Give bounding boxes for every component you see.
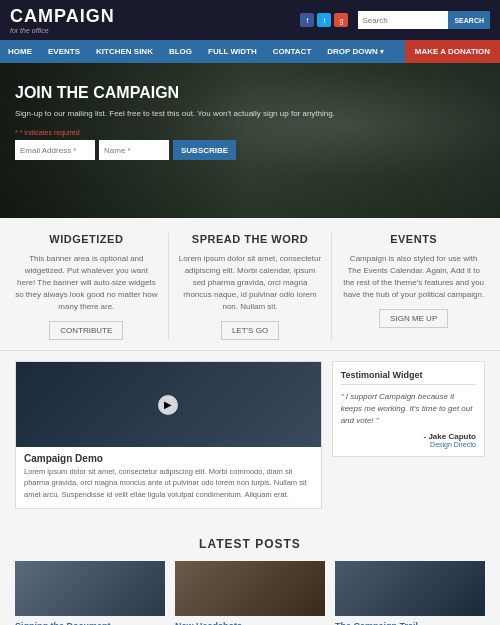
spread-text: Lorem ipsum dolor sit amet, consectetur … <box>179 253 322 313</box>
twitter-icon[interactable]: t <box>317 13 331 27</box>
post-title-1[interactable]: Signing the Document <box>15 621 165 625</box>
post-item-2: New Headshots February 21, 2012 <box>175 561 325 625</box>
testimonial-widget: Testimonial Widget " I support Campaign … <box>332 361 485 457</box>
nav-events[interactable]: EVENTS <box>40 40 88 63</box>
post-thumbnail-3 <box>335 561 485 616</box>
main-right: Testimonial Widget " I support Campaign … <box>332 361 485 517</box>
nav-contact[interactable]: CONTACT <box>265 40 320 63</box>
widgetized-column: WIDGETIZED This banner area is optional … <box>15 233 158 340</box>
navigation: HOME EVENTS KITCHEN SINK BLOG FULL WIDTH… <box>0 40 500 63</box>
latest-posts-title: LATEST POSTS <box>15 537 485 551</box>
post-title-3[interactable]: The Campaign Trail <box>335 621 485 625</box>
required-asterisk: * <box>15 129 18 136</box>
posts-grid: Signing the Document February 17, 2012 N… <box>15 561 485 625</box>
hero-subtitle: Sign-up to our mailing list. Feel free t… <box>15 108 335 119</box>
spread-word-column: SPREAD THE WORD Lorem ipsum dolor sit am… <box>179 233 322 340</box>
post-item-3: The Campaign Trail February 21, 2012 <box>335 561 485 625</box>
post-thumbnail-1 <box>15 561 165 616</box>
widgetized-text: This banner area is optional and widgeti… <box>15 253 158 313</box>
testimonial-text: " I support Campaign because it keeps me… <box>341 391 476 427</box>
video-title: Campaign Demo <box>16 447 321 466</box>
logo: CAMPAIGN for the office <box>10 6 115 34</box>
logo-tagline: for the office <box>10 27 115 34</box>
header: CAMPAIGN for the office f t g SEARCH <box>0 0 500 40</box>
contribute-button[interactable]: CONTRIBUTE <box>49 321 123 340</box>
hero-title: JOIN THE CAMPAIGN <box>15 83 335 102</box>
social-icons: f t g <box>300 13 348 27</box>
play-button[interactable]: ▶ <box>158 395 178 415</box>
column-divider-2 <box>331 233 332 340</box>
header-right: f t g SEARCH <box>300 11 490 29</box>
googleplus-icon[interactable]: g <box>334 13 348 27</box>
nav-items: HOME EVENTS KITCHEN SINK BLOG FULL WIDTH… <box>0 40 392 63</box>
email-input[interactable] <box>15 140 95 160</box>
search-button[interactable]: SEARCH <box>448 11 490 29</box>
three-columns-section: WIDGETIZED This banner area is optional … <box>0 218 500 351</box>
subscribe-button[interactable]: SUBSCRIBE <box>173 140 236 160</box>
post-item-1: Signing the Document February 17, 2012 <box>15 561 165 625</box>
search-input[interactable] <box>358 11 448 29</box>
video-thumbnail[interactable]: ▶ <box>16 362 321 447</box>
main-content: ▶ Campaign Demo Lorem ipsum dolor sit am… <box>0 351 500 527</box>
testimonial-title: Testimonial Widget <box>341 370 476 385</box>
events-title: EVENTS <box>342 233 485 245</box>
events-text: Campaign is also styled for use with The… <box>342 253 485 301</box>
testimonial-author-sub: Design Directo <box>341 441 476 448</box>
events-column: EVENTS Campaign is also styled for use w… <box>342 233 485 340</box>
video-text: Lorem ipsum dolor sit amet, consectetur … <box>16 466 321 508</box>
nav-home[interactable]: HOME <box>0 40 40 63</box>
column-divider-1 <box>168 233 169 340</box>
nav-blog[interactable]: BLOG <box>161 40 200 63</box>
spread-title: SPREAD THE WORD <box>179 233 322 245</box>
nav-kitchen-sink[interactable]: KITCHEN SINK <box>88 40 161 63</box>
nav-full-width[interactable]: FULL WIDTH <box>200 40 265 63</box>
nav-dropdown[interactable]: DROP DOWN <box>319 40 391 63</box>
sign-me-up-button[interactable]: SIGN ME UP <box>379 309 448 328</box>
latest-posts-section: LATEST POSTS Signing the Document Februa… <box>0 527 500 625</box>
hero-content: JOIN THE CAMPAIGN Sign-up to our mailing… <box>0 63 350 180</box>
donate-button[interactable]: MAKE A DONATION <box>405 40 500 63</box>
lets-go-button[interactable]: LET'S GO <box>221 321 279 340</box>
hero-required-label: * * indicates required <box>15 129 335 136</box>
facebook-icon[interactable]: f <box>300 13 314 27</box>
post-thumbnail-2 <box>175 561 325 616</box>
video-block: ▶ Campaign Demo Lorem ipsum dolor sit am… <box>15 361 322 509</box>
hero-form: SUBSCRIBE <box>15 140 335 160</box>
main-left: ▶ Campaign Demo Lorem ipsum dolor sit am… <box>15 361 322 517</box>
hero-section: JOIN THE CAMPAIGN Sign-up to our mailing… <box>0 63 500 218</box>
logo-title: CAMPAIGN <box>10 6 115 27</box>
search-area: SEARCH <box>358 11 490 29</box>
post-title-2[interactable]: New Headshots <box>175 621 325 625</box>
widgetized-title: WIDGETIZED <box>15 233 158 245</box>
testimonial-author: - Jake Caputo <box>341 432 476 441</box>
name-input[interactable] <box>99 140 169 160</box>
